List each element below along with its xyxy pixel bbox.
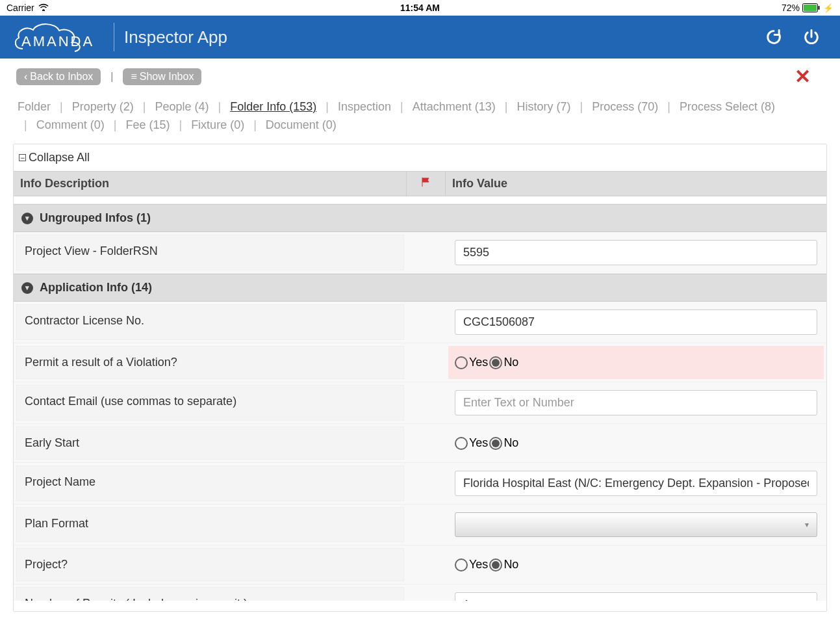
menu-icon: ≡ (131, 71, 136, 83)
table-row: Permit a result of a Violation? Yes No (14, 343, 826, 382)
table-row: Number of Permits ( Includes main permit… (14, 584, 826, 601)
table-body[interactable]: ▾Ungrouped Infos (1)Project View - Folde… (14, 204, 826, 601)
table-row: Project View - FolderRSN (14, 232, 826, 274)
row-label: Project? (16, 548, 404, 581)
toolbar: ‹ Back to Inbox | ≡ Show Inbox ✕ (0, 59, 840, 94)
battery-icon (802, 3, 821, 12)
refresh-icon[interactable] (765, 28, 783, 46)
battery-percent: 72% (782, 3, 800, 13)
tab-folder-info-153-[interactable]: Folder Info (153) (229, 100, 318, 113)
power-icon[interactable] (802, 28, 821, 46)
table-row: Project Name (14, 463, 826, 505)
row-label: Contractor License No. (16, 304, 404, 340)
radio-no[interactable]: No (489, 558, 518, 571)
text-input[interactable] (455, 309, 817, 335)
carrier-label: Carrier (6, 3, 34, 13)
tab-fee-15-[interactable]: Fee (15) (124, 118, 171, 131)
close-icon[interactable]: ✕ (795, 65, 824, 88)
tab-attachment-13-[interactable]: Attachment (13) (411, 100, 497, 113)
row-label: Project Name (16, 466, 404, 501)
radio-no[interactable]: No (489, 356, 518, 369)
app-name: Inspector App (124, 27, 227, 47)
radio-yes[interactable]: Yes (455, 436, 488, 450)
radio-yes[interactable]: Yes (455, 558, 488, 571)
table-row: Plan Format (14, 505, 826, 545)
select-dropdown[interactable] (455, 512, 817, 537)
row-label: Number of Permits ( Includes main permit… (16, 587, 404, 601)
text-input[interactable] (455, 240, 817, 265)
text-input[interactable] (455, 471, 817, 496)
table-row: Contractor License No. (14, 302, 826, 343)
table-row: Early Start Yes No (14, 424, 826, 463)
svg-rect-2 (819, 6, 820, 10)
tab-process-select-8-[interactable]: Process Select (8) (678, 100, 776, 113)
status-bar: Carrier 11:54 AM 72% ⚡ (0, 0, 840, 16)
radio-no[interactable]: No (489, 436, 518, 450)
row-label: Plan Format (16, 507, 404, 542)
radio-yes[interactable]: Yes (455, 356, 488, 369)
chevron-down-icon: ▾ (21, 213, 33, 224)
chevron-left-icon: ‹ (24, 71, 27, 83)
tab-document-0-[interactable]: Document (0) (264, 118, 338, 131)
clock-label: 11:54 AM (400, 3, 440, 13)
row-label: Permit a result of a Violation? (16, 346, 404, 379)
table-row: Contact Email (use commas to separate) (14, 382, 826, 424)
back-to-inbox-button[interactable]: ‹ Back to Inbox (16, 68, 101, 85)
main-panel: − Collapse All Info Description Info Val… (13, 144, 827, 612)
charging-icon: ⚡ (823, 3, 834, 13)
table-header: Info Description Info Value (14, 171, 826, 196)
text-input[interactable] (455, 390, 817, 415)
group-header[interactable]: ▾Application Info (14) (14, 274, 826, 302)
app-header: AMANDA Inspector App (0, 16, 840, 59)
app-logo: AMANDA (10, 20, 104, 54)
tab-inspection[interactable]: Inspection (337, 100, 392, 113)
minus-square-icon: − (19, 154, 26, 161)
row-label: Project View - FolderRSN (16, 235, 404, 270)
row-label: Early Start (16, 427, 404, 460)
flag-icon (407, 172, 446, 196)
wifi-icon (38, 3, 49, 13)
svg-rect-1 (804, 5, 817, 11)
table-row: Project? Yes No (14, 545, 826, 584)
tab-folder[interactable]: Folder (16, 100, 52, 113)
column-info-value: Info Value (446, 172, 826, 196)
group-header[interactable]: ▾Ungrouped Infos (1) (14, 204, 826, 232)
chevron-down-icon: ▾ (21, 282, 33, 294)
tab-process-70-[interactable]: Process (70) (591, 100, 659, 113)
tab-history-7-[interactable]: History (7) (515, 100, 572, 113)
tab-fixture-0-[interactable]: Fixture (0) (190, 118, 246, 131)
collapse-all-button[interactable]: − Collapse All (14, 144, 826, 171)
tab-bar: Folder|Property (2)|People (4)|Folder In… (0, 94, 840, 144)
show-inbox-button[interactable]: ≡ Show Inbox (123, 68, 201, 85)
text-input[interactable] (455, 592, 817, 601)
tab-people-4-[interactable]: People (4) (153, 100, 210, 113)
column-info-description: Info Description (14, 172, 407, 196)
tab-comment-0-[interactable]: Comment (0) (35, 118, 106, 131)
tab-property-2-[interactable]: Property (2) (71, 100, 135, 113)
row-label: Contact Email (use commas to separate) (16, 385, 404, 421)
